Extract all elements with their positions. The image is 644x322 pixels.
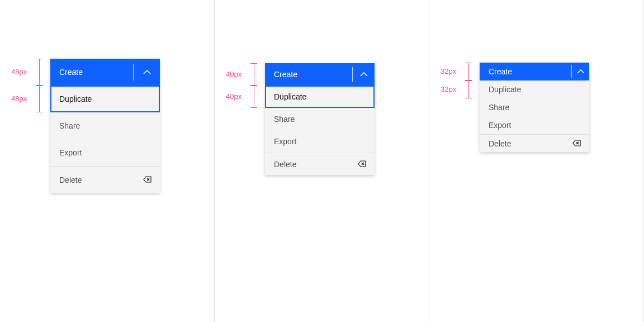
create-button-label: Create — [50, 68, 83, 77]
menu-item-duplicate[interactable]: Duplicate — [265, 86, 375, 108]
menu-item-label: Delete — [59, 176, 82, 184]
dimension-label: 40px — [226, 70, 242, 78]
dimension-label: 32px — [441, 67, 456, 75]
menu-item-export[interactable]: Export — [265, 130, 375, 153]
menu-item-delete[interactable]: Delete — [50, 166, 160, 193]
menu-item-label: Share — [274, 115, 295, 124]
size-variant-40: 40px 40px Create Duplicate Share — [215, 0, 429, 322]
menu-item-export[interactable]: Export — [480, 116, 589, 134]
chevron-up-icon — [133, 64, 160, 80]
menu-item-delete[interactable]: Delete — [265, 153, 375, 175]
chevron-up-icon — [571, 65, 589, 78]
menu-item-duplicate[interactable]: Duplicate — [480, 80, 589, 98]
menu: Duplicate Share Export Delete — [265, 86, 375, 175]
create-button[interactable]: Create — [480, 63, 589, 80]
menu-item-label: Export — [489, 121, 511, 130]
menu-item-duplicate[interactable]: Duplicate — [50, 86, 160, 112]
menu-item-label: Export — [274, 137, 296, 146]
create-button-label: Create — [480, 67, 512, 76]
dimension-label: 40px — [226, 92, 242, 101]
combo-button-medium: Create Duplicate Share Export Delete — [265, 63, 375, 175]
create-button[interactable]: Create — [265, 63, 375, 86]
delete-icon — [358, 160, 367, 169]
menu-item-share[interactable]: Share — [265, 108, 375, 130]
menu: Duplicate Share Export Delete — [480, 80, 589, 152]
combo-button-small: Create Duplicate Share Export Delete — [480, 63, 589, 152]
size-variant-48: 48px 48px Create Duplicate Share — [0, 0, 215, 322]
dimension-label: 48px — [11, 68, 27, 76]
chevron-up-icon — [352, 67, 375, 82]
menu: Duplicate Share Export Delete — [50, 86, 160, 193]
menu-item-label: Export — [59, 148, 82, 157]
delete-icon — [143, 176, 152, 184]
menu-item-label: Duplicate — [274, 92, 306, 101]
menu-item-label: Share — [489, 103, 509, 112]
menu-item-export[interactable]: Export — [50, 139, 160, 166]
combo-button-large: Create Duplicate Share Export Delete — [50, 59, 160, 193]
menu-item-label: Delete — [489, 139, 511, 148]
delete-icon — [572, 139, 581, 148]
menu-item-label: Duplicate — [59, 94, 92, 103]
menu-item-share[interactable]: Share — [480, 98, 589, 116]
dimension-label: 48px — [11, 94, 27, 103]
dimension-label: 32px — [441, 85, 456, 93]
create-button-label: Create — [265, 70, 297, 79]
menu-item-delete[interactable]: Delete — [480, 134, 589, 152]
size-variant-32: 32px 32px Create Duplicate Share — [429, 0, 644, 322]
menu-item-label: Delete — [274, 160, 296, 169]
create-button[interactable]: Create — [50, 59, 160, 86]
menu-item-label: Share — [59, 121, 80, 130]
menu-item-share[interactable]: Share — [50, 112, 160, 139]
menu-item-label: Duplicate — [489, 85, 521, 94]
